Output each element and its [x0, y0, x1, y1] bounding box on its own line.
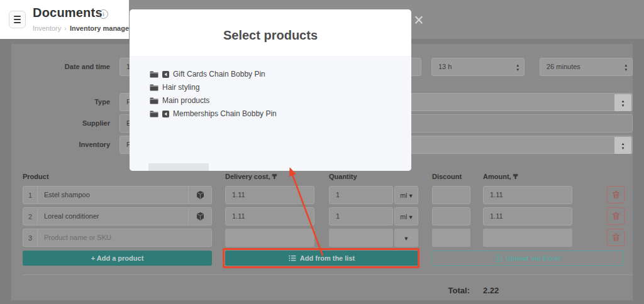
folder-icon	[150, 97, 158, 104]
amount-input[interactable]: 1.11	[483, 207, 572, 225]
col-product: Product	[23, 173, 49, 180]
folder-icon	[150, 84, 158, 91]
close-icon[interactable]: ×	[411, 13, 427, 29]
discount-input-disabled	[432, 229, 470, 247]
spinner-icon: ▴▾	[625, 63, 627, 72]
category-label: Memberships Chain Bobby Pin	[173, 109, 277, 118]
upload-excel-button[interactable]: Upload via Excel	[432, 251, 624, 266]
col-delivery: Delivery cost, ₸	[225, 173, 277, 181]
discount-input[interactable]	[432, 207, 470, 225]
quantity-input-disabled	[329, 229, 393, 247]
unit-value: ml	[400, 213, 407, 220]
category-item[interactable]: Memberships Chain Bobby Pin	[150, 109, 277, 119]
total-value: 2.22	[483, 286, 499, 295]
category-label: Main products	[162, 96, 209, 105]
page-title: Documents	[33, 6, 103, 20]
screenshot-root: Date and time Type Supplier Inventory 1 …	[0, 0, 644, 304]
package-icon	[188, 208, 211, 225]
table-row[interactable]: 2 Loreal conditioner	[23, 207, 212, 225]
product-name: Loreal conditioner	[38, 208, 188, 225]
spinner-icon: ▴▾	[614, 94, 631, 111]
unit-select[interactable]: ml ▾	[394, 186, 418, 204]
modal-body: Gift Cards Chain Bobby Pin Hair styling …	[130, 56, 411, 171]
caret-down-icon: ▾	[404, 234, 408, 242]
inventory-label: Inventory	[13, 141, 110, 148]
col-quantity: Quantity	[329, 173, 357, 180]
minute-select[interactable]: 26 minutes ▴▾	[540, 58, 633, 76]
chevron-right-icon: ›	[64, 24, 67, 32]
unit-select[interactable]: ▾	[394, 229, 418, 247]
category-item[interactable]: Hair styling	[150, 82, 199, 92]
unit-value: ml	[400, 192, 407, 199]
breadcrumb-parent[interactable]: Inventory	[33, 24, 61, 32]
package-icon	[188, 187, 211, 204]
row-number: 3	[23, 229, 38, 246]
upload-excel-label: Upload via Excel	[506, 254, 560, 262]
delivery-cost-input[interactable]: 1.11	[225, 207, 314, 225]
col-amount: Amount, ₸	[483, 173, 518, 181]
spinner-icon: ▴▾	[614, 137, 631, 154]
annotation-highlight	[223, 248, 419, 268]
spinner-icon: ▴▾	[516, 63, 519, 72]
chain-icon	[162, 111, 169, 117]
delete-row-button[interactable]	[607, 186, 625, 204]
minute-value: 26 minutes	[547, 63, 580, 70]
table-row[interactable]: 3 Product name or SKU	[23, 229, 212, 247]
amount-input-disabled	[483, 229, 572, 247]
hour-select[interactable]: 13 h ▴▾	[431, 58, 525, 76]
loading-skeleton	[148, 163, 209, 171]
quantity-input[interactable]: 1	[329, 186, 393, 204]
hour-value: 13 h	[438, 63, 452, 70]
divider	[23, 274, 633, 275]
supplier-label: Supplier	[13, 119, 110, 127]
select-products-modal: Select products Gift Cards Chain Bobby P…	[130, 9, 411, 171]
product-name: Estel shampoo	[38, 187, 188, 204]
category-item[interactable]: Gift Cards Chain Bobby Pin	[150, 69, 265, 79]
total-label: Total:	[434, 286, 470, 295]
caret-down-icon: ▾	[409, 192, 412, 199]
category-label: Gift Cards Chain Bobby Pin	[173, 70, 265, 79]
info-icon[interactable]: i	[99, 9, 108, 19]
file-icon	[496, 254, 502, 262]
type-label: Type	[13, 98, 110, 106]
discount-input[interactable]	[432, 186, 470, 204]
row-number: 2	[23, 208, 38, 225]
product-name-placeholder: Product name or SKU	[38, 229, 211, 246]
row-number: 1	[23, 187, 38, 204]
page-header: Documents i Inventory › Inventory manage…	[0, 0, 129, 39]
chain-icon	[162, 71, 169, 78]
col-discount: Discount	[432, 173, 462, 180]
folder-icon	[150, 71, 158, 78]
unit-select[interactable]: ml ▾	[394, 207, 418, 225]
category-label: Hair styling	[162, 83, 199, 92]
modal-title: Select products	[130, 28, 411, 43]
breadcrumb-current: Inventory management	[70, 24, 129, 32]
caret-down-icon: ▾	[409, 213, 412, 220]
folder-icon	[150, 111, 158, 117]
category-item[interactable]: Main products	[150, 95, 209, 106]
table-row[interactable]: 1 Estel shampoo	[23, 186, 212, 204]
add-product-button[interactable]: + Add a product	[23, 251, 212, 266]
menu-button[interactable]	[9, 11, 26, 28]
breadcrumb: Inventory › Inventory management	[33, 24, 129, 32]
amount-input[interactable]: 1.11	[483, 186, 572, 204]
delete-row-button[interactable]	[607, 229, 625, 246]
delivery-cost-input-disabled	[225, 229, 314, 247]
delivery-cost-input[interactable]: 1.11	[225, 186, 314, 204]
delete-row-button[interactable]	[607, 207, 625, 225]
datetime-label: Date and time	[13, 63, 110, 70]
quantity-input[interactable]: 1	[329, 207, 393, 225]
